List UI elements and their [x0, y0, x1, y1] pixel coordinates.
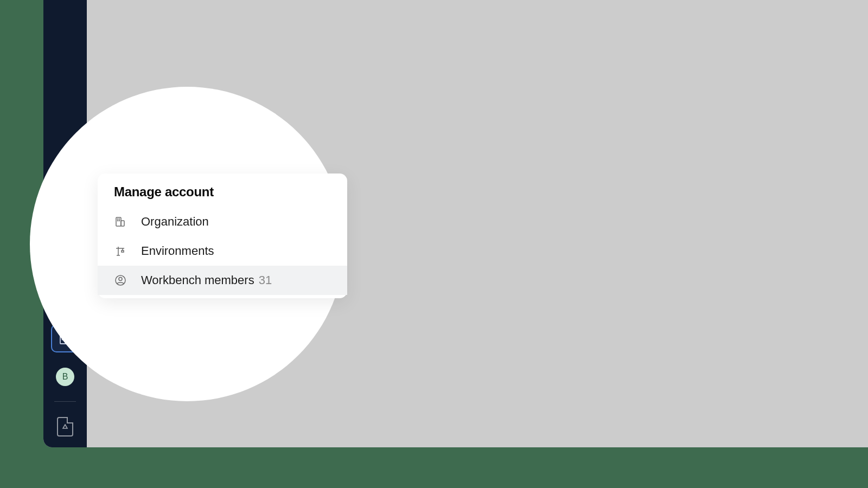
- menu-item-environments[interactable]: Environments: [98, 236, 347, 266]
- svg-point-10: [118, 219, 118, 220]
- svg-point-13: [119, 221, 120, 221]
- triangle-icon: [62, 423, 68, 430]
- app-frame: B Manage account: [43, 0, 868, 447]
- popover-title: Manage account: [98, 184, 347, 207]
- menu-item-label: Environments: [141, 244, 214, 258]
- svg-rect-17: [122, 251, 124, 252]
- menu-item-organization[interactable]: Organization: [98, 207, 347, 236]
- svg-rect-8: [116, 217, 121, 226]
- avatar-initial: B: [62, 372, 68, 382]
- manage-account-popover: Manage account Organization: [98, 174, 347, 298]
- main-area: Manage account Organization: [87, 0, 868, 447]
- crane-icon: [114, 245, 127, 258]
- sidebar-docs-button[interactable]: [57, 417, 73, 436]
- svg-point-11: [119, 219, 120, 220]
- menu-item-label: Workbench members: [141, 273, 254, 287]
- menu-item-label: Organization: [141, 215, 209, 229]
- sidebar-divider: [54, 401, 76, 402]
- svg-rect-9: [121, 221, 124, 226]
- menu-item-count: 31: [259, 273, 272, 287]
- building-icon: [114, 215, 127, 228]
- svg-point-20: [119, 278, 122, 281]
- svg-point-12: [118, 221, 118, 221]
- avatar[interactable]: B: [56, 368, 74, 386]
- user-icon: [114, 274, 127, 287]
- menu-item-workbench-members[interactable]: Workbench members 31: [98, 266, 347, 295]
